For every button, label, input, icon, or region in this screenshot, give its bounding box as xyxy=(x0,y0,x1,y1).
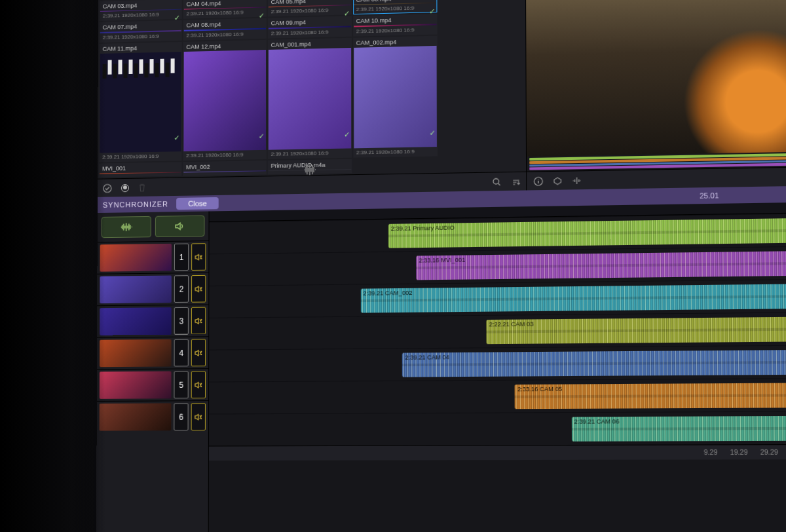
trash-button[interactable] xyxy=(138,183,146,192)
svg-point-16 xyxy=(493,178,498,183)
clip-item[interactable]: CAM 06.mp42:39.21 1920x1080 16:9 xyxy=(353,0,438,14)
timeline-tracks: 2:39.21 Primary AUDIO2:33.16 MVI_0012:39… xyxy=(209,200,786,532)
track-mute-icon[interactable] xyxy=(191,243,206,271)
audio-segment[interactable]: 2:22.21 CAM 03 xyxy=(486,316,786,344)
svg-rect-4 xyxy=(118,60,122,74)
track-mute-icon[interactable] xyxy=(191,371,206,398)
sync-tool-button[interactable] xyxy=(572,176,582,185)
track-mute-icon[interactable] xyxy=(191,275,206,303)
track-header[interactable]: 6 xyxy=(97,400,208,433)
segment-label: 2:39.21 Primary AUDIO xyxy=(391,224,455,232)
audio-segment[interactable]: 2:39.21 CAM_002 xyxy=(360,282,786,313)
svg-rect-14 xyxy=(171,58,175,73)
clip-item[interactable]: MVI_002 xyxy=(183,161,266,176)
info-button[interactable] xyxy=(534,176,544,186)
search-button[interactable] xyxy=(492,177,502,187)
checkmark-icon: ✓ xyxy=(174,13,180,22)
clip-browser: CAM 03.mp4✓2:39.21 1920x1080 16:9CAM 04.… xyxy=(98,0,527,197)
track-thumbnail xyxy=(100,244,171,272)
clip-metadata: 2:39.21 1920x1080 16:9 xyxy=(100,151,181,161)
checkmark-icon: ✓ xyxy=(344,130,350,139)
track-number: 2 xyxy=(174,275,189,303)
track-mute-icon[interactable] xyxy=(191,403,206,430)
track-header-column: 123456 xyxy=(96,211,210,532)
video-editor-app: CAM 03.mp4✓2:39.21 1920x1080 16:9CAM 04.… xyxy=(96,0,786,532)
svg-rect-7 xyxy=(134,63,138,77)
audio-segment[interactable]: 2:39.21 Primary AUDIO xyxy=(388,216,786,248)
track-mute-icon[interactable] xyxy=(191,339,206,366)
segment-label: 2:39.21 CAM 06 xyxy=(574,418,620,425)
clip-item[interactable]: Primary AUDIO.m4a🔊 xyxy=(267,159,351,174)
track-header[interactable]: 1 xyxy=(97,240,208,274)
track-thumbnail xyxy=(100,275,172,303)
audio-sync-button[interactable] xyxy=(155,216,204,237)
clip-thumbnail: ✓ xyxy=(354,45,438,148)
sort-button[interactable] xyxy=(512,177,521,187)
segment-label: 2:39.21 CAM_002 xyxy=(363,290,412,297)
clip-item[interactable]: CAM 05.mp4✓2:39.21 1920x1080 16:9 xyxy=(268,0,352,17)
preview-viewer xyxy=(526,0,786,190)
audio-segment[interactable]: 2:39.21 CAM 06 xyxy=(571,415,786,442)
segment-label: 2:39.21 CAM 04 xyxy=(405,354,449,361)
segment-label: 2:33.16 MVI_001 xyxy=(419,257,465,264)
timeline-track[interactable]: 2:39.21 CAM 06 xyxy=(209,411,786,446)
clip-item[interactable]: CAM 03.mp4✓2:39.21 1920x1080 16:9 xyxy=(100,0,182,21)
svg-rect-12 xyxy=(160,58,164,73)
audio-segment[interactable]: 2:33.16 CAM 05 xyxy=(515,382,786,409)
track-number: 3 xyxy=(174,307,189,335)
track-thumbnail xyxy=(100,339,172,367)
checkmark-icon: ✓ xyxy=(343,9,349,18)
svg-rect-13 xyxy=(166,62,170,77)
track-header[interactable]: 2 xyxy=(97,273,208,305)
footer-time-2: 19.29 xyxy=(730,449,748,457)
track-number: 6 xyxy=(174,403,188,430)
track-mute-icon[interactable] xyxy=(191,307,206,335)
clip-item[interactable]: CAM 11.mp4✓2:39.21 1920x1080 16:9 xyxy=(99,41,181,162)
timeline-track[interactable]: 2:39.21 CAM 04 xyxy=(209,344,786,381)
audio-segment[interactable]: 2:39.21 CAM 04 xyxy=(402,349,786,377)
svg-rect-6 xyxy=(128,59,132,73)
synchronizer-title: SYNCHRONIZER xyxy=(103,200,168,209)
clip-thumbnail: ✓ xyxy=(100,52,181,153)
selection-mode-button[interactable] xyxy=(121,183,129,191)
clip-item[interactable]: CAM 12.mp4✓2:39.21 1920x1080 16:9 xyxy=(183,39,266,161)
clip-thumbnail: ✓ xyxy=(183,50,265,151)
clip-item[interactable]: CAM 08.mp4✓2:39.21 1920x1080 16:9 xyxy=(183,18,267,41)
clip-metadata: 2:39.21 1920x1080 16:9 xyxy=(268,148,350,158)
svg-rect-10 xyxy=(149,59,153,73)
timeline-track[interactable]: 2:33.16 CAM 05 xyxy=(209,377,786,413)
checkmark-icon: ✓ xyxy=(174,134,179,142)
clip-item[interactable]: CAM_002.mp4✓2:39.21 1920x1080 16:9 xyxy=(353,35,438,157)
footer-time-3: 29.29 xyxy=(760,448,778,456)
svg-rect-11 xyxy=(155,62,159,77)
track-number: 1 xyxy=(174,244,189,271)
clip-item[interactable]: CAM 09.mp4✓2:39.21 1920x1080 16:9 xyxy=(268,16,352,39)
track-thumbnail xyxy=(100,371,172,399)
clip-metadata: 2:39.21 1920x1080 16:9 xyxy=(183,150,265,160)
marker-button[interactable] xyxy=(553,176,563,185)
track-thumbnail xyxy=(100,307,172,335)
segment-label: 2:22.21 CAM 03 xyxy=(489,320,534,328)
clip-item[interactable]: CAM 10.mp4✓2:39.21 1920x1080 16:9 xyxy=(353,14,438,36)
audio-segment[interactable]: 2:33.16 MVI_001 xyxy=(416,250,786,280)
clip-item[interactable]: CAM_001.mp4✓2:39.21 1920x1080 16:9 xyxy=(267,37,351,159)
timeline-timecode: 25.01 xyxy=(700,191,719,200)
timeline-track[interactable]: 2:22.21 CAM 03 xyxy=(209,311,786,350)
svg-rect-2 xyxy=(108,60,112,74)
clip-item[interactable]: CAM 07.mp4✓2:39.21 1920x1080 16:9 xyxy=(100,20,182,42)
checkmark-icon: ✓ xyxy=(430,128,436,137)
svg-rect-8 xyxy=(139,59,143,73)
close-button[interactable]: Close xyxy=(176,197,219,210)
track-header[interactable]: 3 xyxy=(97,304,208,337)
clip-thumbnail: ✓ xyxy=(268,47,350,149)
track-header[interactable]: 4 xyxy=(97,336,208,369)
track-header[interactable]: 5 xyxy=(97,368,208,401)
checkmark-icon: ✓ xyxy=(430,7,436,15)
waveform-sync-button[interactable] xyxy=(102,216,151,238)
clip-item[interactable]: MVI_001 xyxy=(99,162,181,178)
clip-metadata: 2:39.21 1920x1080 16:9 xyxy=(354,147,437,157)
track-number: 4 xyxy=(174,339,189,367)
timeline-footer: 9.29 19.29 29.29 ✕ « » ⊕ ⚙ xyxy=(209,444,786,461)
clip-item[interactable]: CAM 04.mp4✓2:39.21 1920x1080 16:9 xyxy=(183,0,267,19)
segment-label: 2:33.16 CAM 05 xyxy=(517,386,562,393)
